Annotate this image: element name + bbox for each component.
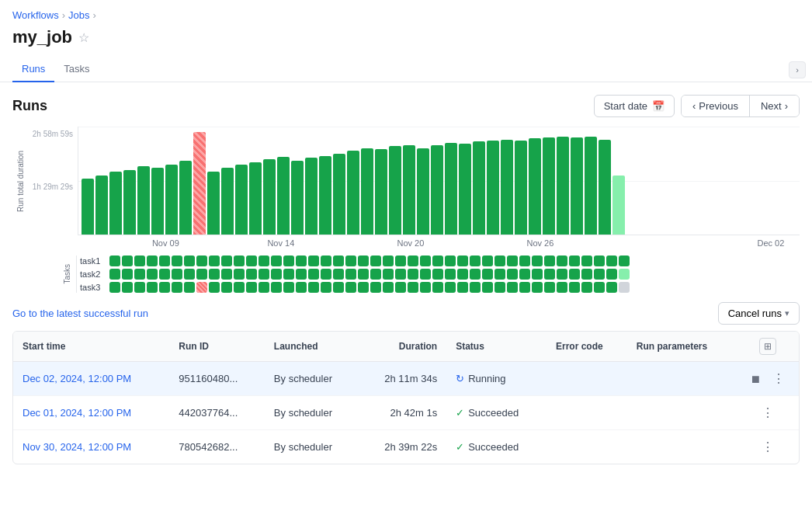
chart-bar-22[interactable] — [389, 146, 401, 235]
chart-bar-14[interactable] — [277, 157, 290, 235]
chart-bar-1[interactable] — [95, 176, 108, 235]
task2-dots-dot-20 — [358, 269, 369, 280]
breadcrumb-sep-2: › — [93, 9, 96, 21]
th-launched[interactable]: Launched — [265, 332, 359, 362]
chart-bar-32[interactable] — [529, 138, 541, 235]
task1-dots-dot-7 — [196, 255, 207, 266]
task1-dots-dot-9 — [221, 255, 232, 266]
start-date-button[interactable]: Start date 📅 — [594, 95, 675, 117]
chart-bar-25[interactable] — [431, 145, 443, 235]
chart-bar-3[interactable] — [123, 170, 136, 235]
chart-bar-26[interactable] — [445, 143, 457, 235]
chart-bar-8[interactable] — [193, 132, 206, 235]
row3-more-button[interactable]: ⋮ — [757, 438, 779, 456]
columns-toggle-button[interactable]: ⊞ — [759, 338, 776, 355]
task1-dots-dot-30 — [482, 255, 493, 266]
row3-start-time[interactable]: Nov 30, 2024, 12:00 PM — [13, 430, 169, 464]
th-error-code[interactable]: Error code — [547, 332, 627, 362]
chart-bar-28[interactable] — [473, 141, 485, 235]
tab-runs[interactable]: Runs — [12, 57, 54, 82]
task2-dots-dot-2 — [134, 269, 145, 280]
previous-button[interactable]: ‹ Previous — [682, 96, 750, 116]
task3-dots-dot-41 — [619, 282, 630, 293]
chart-bar-31[interactable] — [515, 141, 527, 235]
chart-bar-20[interactable] — [361, 148, 373, 235]
chart-bar-34[interactable] — [557, 137, 569, 235]
chart-bar-0[interactable] — [82, 179, 94, 235]
th-columns-toggle[interactable]: ⊞ — [737, 332, 799, 362]
row3-duration: 2h 39m 22s — [359, 430, 446, 464]
chart-bar-24[interactable] — [417, 148, 429, 235]
th-duration[interactable]: Duration — [359, 332, 446, 362]
chart-bar-36[interactable] — [585, 137, 597, 235]
task3-dots-dot-26 — [432, 282, 443, 293]
stop-run-button[interactable]: ⏹ — [746, 371, 765, 387]
row3-actions: ⋮ — [737, 430, 799, 464]
row1-more-button[interactable]: ⋮ — [768, 370, 789, 388]
chart-bar-23[interactable] — [403, 145, 415, 235]
task3-dots-dot-37 — [569, 282, 580, 293]
chart-bar-38[interactable] — [612, 176, 625, 235]
chart-bar-15[interactable] — [291, 161, 304, 235]
row3-run-parameters — [627, 430, 737, 464]
task3-label: task3 — [80, 283, 109, 292]
chart-bar-6[interactable] — [165, 165, 178, 235]
task1-dots-dot-38 — [581, 255, 592, 266]
chart-bar-29[interactable] — [487, 141, 499, 235]
tab-tasks[interactable]: Tasks — [54, 57, 99, 82]
th-run-id[interactable]: Run ID — [169, 332, 265, 362]
chart-bar-18[interactable] — [333, 154, 345, 235]
tasks-grid: task1 task2 task3 — [76, 255, 800, 293]
task3-dots-dot-29 — [470, 282, 481, 293]
row2-more-button[interactable]: ⋮ — [757, 404, 779, 422]
task2-dots-dot-36 — [557, 269, 567, 280]
task2-dots-dot-38 — [581, 269, 592, 280]
chart-bar-37[interactable] — [599, 140, 611, 235]
chart-bar-30[interactable] — [501, 140, 513, 235]
chart-bar-10[interactable] — [221, 168, 234, 235]
task2-dots-dot-33 — [519, 269, 530, 280]
chart-bar-9[interactable] — [207, 172, 220, 235]
breadcrumb-workflows[interactable]: Workflows — [12, 9, 59, 21]
chart-bar-5[interactable] — [151, 168, 164, 235]
chart-bar-19[interactable] — [347, 151, 359, 235]
row1-start-time[interactable]: Dec 02, 2024, 12:00 PM — [13, 362, 169, 396]
task2-dots-dot-39 — [594, 269, 605, 280]
task2-dots-dot-9 — [221, 269, 232, 280]
chart-bar-33[interactable] — [543, 137, 555, 235]
tab-close-btn[interactable]: › — [789, 61, 806, 78]
task3-dots-dot-39 — [594, 282, 605, 293]
task1-dots-dot-31 — [494, 255, 505, 266]
task2-dots-dot-13 — [271, 269, 282, 280]
prev-chevron-icon: ‹ — [692, 100, 696, 112]
next-button[interactable]: Next › — [750, 96, 799, 116]
chart-bar-2[interactable] — [109, 172, 122, 235]
th-run-parameters[interactable]: Run parameters — [627, 332, 737, 362]
task1-row: task1 — [80, 255, 800, 266]
star-icon[interactable]: ☆ — [78, 30, 89, 45]
chart-bar-12[interactable] — [249, 162, 262, 235]
cancel-runs-button[interactable]: Cancel runs ▾ — [718, 302, 800, 325]
go-to-latest-link[interactable]: Go to the latest successful run — [12, 308, 148, 319]
breadcrumb-sep-1: › — [62, 9, 65, 21]
chart-bar-35[interactable] — [571, 137, 583, 235]
row3-launched: By scheduler — [265, 430, 359, 464]
chart-bar-7[interactable] — [179, 161, 192, 235]
chart-bar-27[interactable] — [459, 144, 471, 235]
chart-bar-21[interactable] — [375, 149, 387, 235]
chart-bar-16[interactable] — [305, 158, 318, 235]
chart-bar-4[interactable] — [137, 166, 150, 235]
task2-dots-dot-7 — [196, 269, 207, 280]
task1-label: task1 — [80, 256, 109, 266]
chart-bar-17[interactable] — [319, 156, 331, 235]
breadcrumb-jobs[interactable]: Jobs — [68, 9, 89, 21]
task3-dots-dot-16 — [308, 282, 319, 293]
th-status[interactable]: Status — [446, 332, 547, 362]
th-start-time[interactable]: Start time — [13, 332, 169, 362]
next-label: Next — [761, 100, 782, 112]
chart-bar-13[interactable] — [263, 159, 276, 235]
task2-dots-dot-10 — [234, 269, 245, 280]
chart-bar-11[interactable] — [235, 165, 248, 235]
running-status: ↻ Running — [456, 373, 537, 384]
row2-start-time[interactable]: Dec 01, 2024, 12:00 PM — [13, 396, 169, 430]
